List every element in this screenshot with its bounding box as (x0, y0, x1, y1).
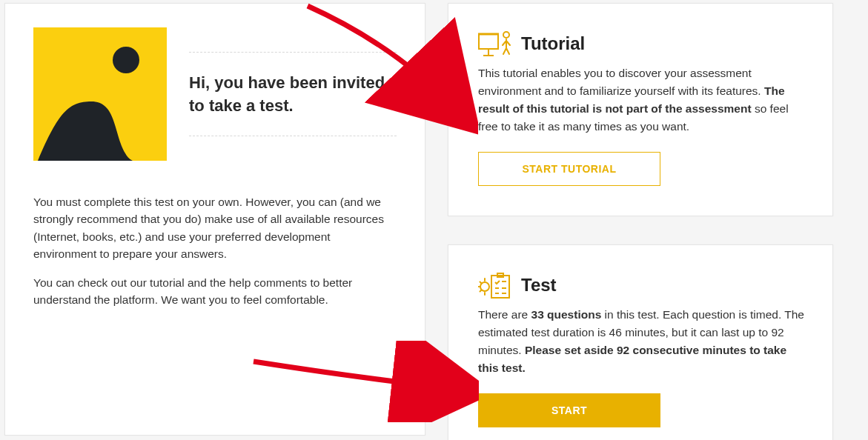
svg-rect-2 (479, 34, 498, 49)
checklist-icon (478, 272, 511, 299)
invite-paragraph-1: You must complete this test on your own.… (33, 193, 397, 262)
test-heading: Test (521, 275, 557, 296)
tutorial-card: Tutorial This tutorial enables you to di… (448, 3, 833, 216)
svg-point-1 (113, 47, 139, 73)
invite-card: Hi, you have been invited to take a test… (4, 3, 425, 436)
tutorial-description: This tutorial enables you to discover yo… (478, 64, 804, 136)
start-tutorial-button[interactable]: START TUTORIAL (478, 152, 660, 186)
start-test-button[interactable]: START (478, 393, 660, 427)
invite-paragraph-2: You can check out our tutorial and the h… (33, 274, 397, 309)
svg-point-6 (503, 32, 509, 38)
svg-rect-8 (491, 276, 509, 298)
invite-title: Hi, you have been invited to take a test… (189, 53, 397, 136)
company-logo-icon (33, 27, 167, 161)
presentation-icon (478, 30, 511, 57)
tutorial-heading: Tutorial (521, 33, 585, 54)
test-card: Test There are 33 questions in this test… (448, 244, 833, 440)
test-description: There are 33 questions in this test. Eac… (478, 306, 804, 377)
